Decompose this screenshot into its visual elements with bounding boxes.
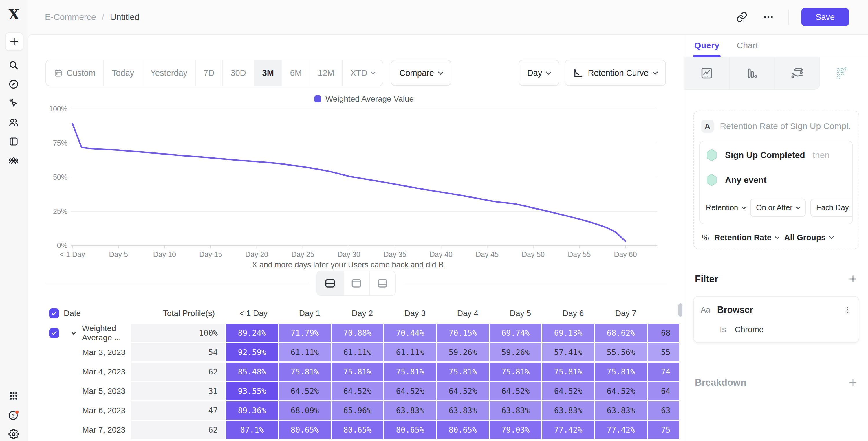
share-link-icon[interactable] (735, 10, 749, 24)
retention-value-cell[interactable]: 61.11% (384, 343, 436, 361)
search-icon[interactable] (5, 56, 22, 74)
retention-value-cell[interactable]: 69.74% (490, 324, 541, 342)
range-custom[interactable]: Custom (46, 60, 103, 86)
breadcrumb-current[interactable]: Untitled (110, 12, 140, 22)
column-header-day-2[interactable]: Day 2 (332, 305, 383, 322)
range-today[interactable]: Today (103, 60, 142, 86)
row-label-cell[interactable]: Weighted Average ... (64, 324, 130, 342)
column-header-day-4[interactable]: Day 4 (437, 305, 489, 322)
retention-value-cell[interactable]: 59.26% (490, 343, 541, 361)
retention-value-cell-partial[interactable]: 55 (648, 343, 679, 361)
filter-kebab-icon[interactable] (843, 305, 852, 315)
retention-value-cell[interactable]: 80.65% (332, 421, 383, 439)
add-breakdown-button[interactable] (848, 378, 858, 387)
retention-value-cell-partial[interactable]: 63 (648, 401, 679, 419)
retention-value-cell-partial[interactable]: 74 (648, 363, 679, 381)
retention-value-cell[interactable]: 64.52% (279, 382, 331, 400)
retention-value-cell[interactable]: 68.62% (595, 324, 647, 342)
retention-value-cell[interactable]: 75.81% (542, 363, 594, 381)
range-7d[interactable]: 7D (195, 60, 222, 86)
retention-value-cell[interactable]: 75.81% (332, 363, 383, 381)
retention-value-cell[interactable]: 89.24% (226, 324, 278, 342)
retention-value-cell[interactable]: 64.52% (542, 382, 594, 400)
column-header-day-1[interactable]: Day 1 (279, 305, 331, 322)
filter-property[interactable]: Browser (717, 305, 753, 315)
retention-value-cell[interactable]: 68.09% (279, 401, 331, 419)
event-a-name[interactable]: Sign Up Completed (725, 150, 805, 160)
retention-value-cell[interactable]: 80.65% (384, 421, 436, 439)
retention-value-cell[interactable]: 75.81% (437, 363, 489, 381)
retention-value-cell[interactable]: 59.26% (437, 343, 489, 361)
row-label-cell[interactable]: Mar 6, 2023 (64, 401, 130, 419)
retention-value-cell[interactable]: 75.81% (595, 363, 647, 381)
retention-type-dropdown[interactable]: Retention (706, 203, 746, 212)
retention-value-cell[interactable]: 70.88% (332, 324, 383, 342)
retention-value-cell[interactable]: 85.48% (226, 363, 278, 381)
retention-value-cell[interactable]: 70.15% (437, 324, 489, 342)
notebook-panel-icon[interactable] (5, 133, 22, 150)
row-checkbox[interactable] (49, 328, 59, 338)
retention-value-cell[interactable]: 89.36% (226, 401, 278, 419)
settings-gear-icon[interactable] (5, 426, 22, 441)
range-6m[interactable]: 6M (282, 60, 310, 86)
filter-card[interactable]: Aa Browser Is Chrome (693, 296, 859, 343)
app-logo-icon[interactable]: X (0, 6, 28, 24)
row-label-cell[interactable]: Mar 4, 2023 (64, 363, 130, 381)
retention-value-cell[interactable]: 77.42% (542, 421, 594, 439)
granularity-dropdown[interactable]: Day (519, 60, 560, 86)
retention-value-cell[interactable]: 92.59% (226, 343, 278, 361)
retention-value-cell[interactable]: 61.11% (279, 343, 331, 361)
chart-type-line-icon[interactable] (684, 57, 730, 90)
retention-value-cell[interactable]: 93.55% (226, 382, 278, 400)
event-b-name[interactable]: Any event (725, 175, 766, 185)
tab-query[interactable]: Query (694, 40, 719, 57)
select-all-checkbox[interactable] (49, 309, 59, 318)
compare-button[interactable]: Compare (391, 60, 452, 86)
retention-value-cell-partial[interactable]: 75 (648, 421, 679, 439)
retention-value-cell[interactable]: 57.41% (542, 343, 594, 361)
retention-value-cell[interactable]: 79.03% (490, 421, 541, 439)
save-button[interactable]: Save (801, 8, 849, 26)
layout-table-only-button[interactable] (369, 271, 395, 295)
table-scrollbar[interactable] (678, 303, 682, 317)
more-options-icon[interactable] (762, 10, 775, 24)
row-label-cell[interactable]: Mar 7, 2023 (64, 421, 130, 439)
retention-value-cell[interactable]: 80.65% (279, 421, 331, 439)
retention-value-cell[interactable]: 55.56% (595, 343, 647, 361)
retention-value-cell-partial[interactable]: 68 (648, 324, 679, 342)
range-yesterday[interactable]: Yesterday (142, 60, 195, 86)
retention-value-cell[interactable]: 64.52% (332, 382, 383, 400)
help-icon[interactable]: ? (5, 406, 22, 423)
chart-type-flow-icon[interactable] (775, 57, 820, 90)
column-header-date[interactable]: Date (64, 305, 130, 322)
users-icon[interactable] (5, 114, 22, 131)
retention-value-cell[interactable]: 63.83% (542, 401, 594, 419)
view-type-dropdown[interactable]: Retention Curve (565, 60, 666, 86)
column-header--1-day[interactable]: < 1 Day (226, 305, 278, 322)
retention-value-cell-partial[interactable]: 64 (648, 382, 679, 400)
cohorts-icon[interactable] (5, 152, 22, 169)
chart-type-bar-icon[interactable] (730, 57, 775, 90)
retention-value-cell[interactable]: 63.83% (384, 401, 436, 419)
retention-value-cell[interactable]: 65.96% (332, 401, 383, 419)
retention-value-cell[interactable]: 63.83% (490, 401, 541, 419)
series-title[interactable]: Retention Rate of Sign Up Compl... (720, 121, 851, 131)
retention-value-cell[interactable]: 69.13% (542, 324, 594, 342)
retention-value-cell[interactable]: 64.52% (490, 382, 541, 400)
retention-value-cell[interactable]: 75.81% (384, 363, 436, 381)
row-label-cell[interactable]: Mar 5, 2023 (64, 382, 130, 400)
measure-dropdown[interactable]: Retention Rate (714, 233, 779, 242)
expand-chevron-icon[interactable] (71, 329, 76, 335)
retention-value-cell[interactable]: 64.52% (384, 382, 436, 400)
new-plus-button[interactable] (5, 32, 24, 51)
breadcrumb-parent[interactable]: E-Commerce (45, 12, 96, 22)
window-dropdown[interactable]: On or After (750, 198, 806, 217)
retention-value-cell[interactable]: 87.1% (226, 421, 278, 439)
column-header-day-3[interactable]: Day 3 (384, 305, 436, 322)
retention-value-cell[interactable]: 80.65% (437, 421, 489, 439)
range-xtd[interactable]: XTD (342, 60, 383, 86)
column-header-day-7[interactable]: Day 7 (595, 305, 647, 322)
row-label-cell[interactable]: Mar 3, 2023 (64, 343, 130, 361)
column-header-day-5[interactable]: Day 5 (490, 305, 541, 322)
range-12m[interactable]: 12M (310, 60, 342, 86)
